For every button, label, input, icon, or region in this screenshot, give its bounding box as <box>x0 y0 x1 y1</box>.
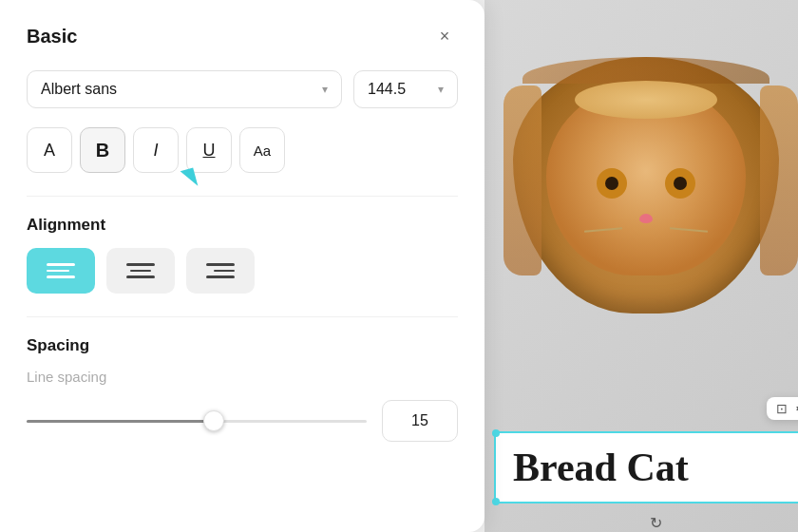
cat-eyes <box>597 168 695 199</box>
slider-track <box>27 420 367 423</box>
spacing-label: Spacing <box>27 336 458 355</box>
cat-eye-left <box>597 168 627 199</box>
underline-label: U <box>203 141 216 161</box>
crop-icon[interactable]: ⊡ <box>776 401 788 416</box>
normal-label: A <box>44 141 55 161</box>
cat-whiskers <box>584 229 708 231</box>
chevron-down-icon: ▾ <box>438 83 444 96</box>
slider-fill <box>27 420 224 423</box>
italic-label: I <box>153 141 158 161</box>
cat-face <box>546 86 746 276</box>
bread-side-left <box>504 86 542 276</box>
alignment-label: Alignment <box>27 216 458 235</box>
slider-thumb[interactable] <box>203 410 224 431</box>
line-spacing-slider[interactable] <box>27 409 367 432</box>
handle-top-left[interactable] <box>492 429 500 437</box>
panel-title: Basic <box>27 26 77 48</box>
basic-panel: Basic × Albert sans ▾ 144.5 ▾ A B I U Aa <box>0 0 484 532</box>
chevron-down-icon: ▾ <box>322 83 328 96</box>
alignment-row <box>27 248 458 294</box>
align-left-icon <box>47 263 75 278</box>
bold-style-button[interactable]: B <box>80 127 125 173</box>
divider <box>27 196 458 197</box>
cat-nose <box>639 214 653 223</box>
bold-label: B <box>96 140 109 162</box>
cat-forehead <box>575 81 717 119</box>
font-family-label: Albert sans <box>41 81 117 98</box>
handle-bottom-left[interactable] <box>492 498 500 505</box>
divider-2 <box>27 316 458 317</box>
font-size-select[interactable]: 144.5 ▾ <box>353 70 458 108</box>
align-left-button[interactable] <box>27 248 95 294</box>
spacing-section: Spacing Line spacing 15 <box>27 336 458 442</box>
italic-style-button[interactable]: I <box>133 127 179 173</box>
align-center-icon <box>126 263 155 278</box>
line-spacing-label: Line spacing <box>27 369 458 385</box>
bread-crust-top <box>522 57 770 84</box>
panel-header: Basic × <box>27 23 458 49</box>
font-size-label: 144.5 <box>368 81 406 98</box>
case-label: Aa <box>254 142 271 159</box>
align-right-icon <box>206 263 235 278</box>
font-row: Albert sans ▾ 144.5 ▾ <box>27 70 458 108</box>
bread-cat-text-container[interactable]: ⊡ ⚙ Bread Cat ↻ <box>494 431 798 504</box>
bread-cat-text: Bread Cat <box>513 446 689 489</box>
alignment-section: Alignment <box>27 216 458 294</box>
text-toolbar: ⊡ ⚙ <box>767 397 798 420</box>
slider-value: 15 <box>382 400 458 442</box>
rotate-handle[interactable]: ↻ <box>650 514 662 532</box>
bread-cat-text-box[interactable]: Bread Cat <box>494 431 798 504</box>
bread-cat-image <box>513 57 788 332</box>
font-family-select[interactable]: Albert sans ▾ <box>27 70 342 108</box>
bread-shape <box>513 57 779 314</box>
style-buttons-row: A B I U Aa <box>27 127 458 173</box>
normal-style-button[interactable]: A <box>27 127 72 173</box>
bread-side-right <box>760 86 798 276</box>
align-center-button[interactable] <box>106 248 175 294</box>
underline-style-button[interactable]: U <box>186 127 232 173</box>
slider-row: 15 <box>27 400 458 442</box>
close-button[interactable]: × <box>431 23 458 49</box>
design-canvas: ⊡ ⚙ Bread Cat ↻ <box>484 0 798 532</box>
align-right-button[interactable] <box>186 248 255 294</box>
cat-eye-right <box>665 168 695 199</box>
case-style-button[interactable]: Aa <box>239 127 285 173</box>
